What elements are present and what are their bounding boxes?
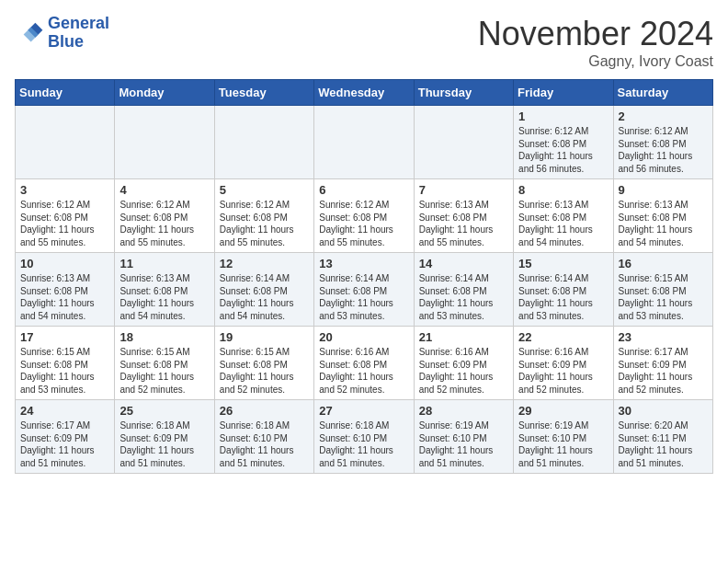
day-info: Sunrise: 6:18 AM Sunset: 6:10 PM Dayligh… xyxy=(220,419,309,469)
week-row-1: 1Sunrise: 6:12 AM Sunset: 6:08 PM Daylig… xyxy=(16,106,713,179)
day-number: 1 xyxy=(518,109,608,123)
calendar-cell: 6Sunrise: 6:12 AM Sunset: 6:08 PM Daylig… xyxy=(314,179,414,253)
day-info: Sunrise: 6:16 AM Sunset: 6:09 PM Dayligh… xyxy=(419,346,508,396)
day-info: Sunrise: 6:19 AM Sunset: 6:10 PM Dayligh… xyxy=(518,419,608,469)
calendar-cell: 28Sunrise: 6:19 AM Sunset: 6:10 PM Dayli… xyxy=(414,400,513,474)
calendar-cell: 14Sunrise: 6:14 AM Sunset: 6:08 PM Dayli… xyxy=(414,253,513,327)
day-number: 24 xyxy=(20,404,109,418)
day-number: 23 xyxy=(619,330,708,344)
calendar-cell xyxy=(314,106,414,179)
calendar-cell xyxy=(214,106,313,179)
weekday-header-sunday: Sunday xyxy=(16,80,115,106)
day-info: Sunrise: 6:13 AM Sunset: 6:08 PM Dayligh… xyxy=(619,199,708,248)
weekday-header-row: SundayMondayTuesdayWednesdayThursdayFrid… xyxy=(16,80,713,106)
day-number: 3 xyxy=(20,183,109,197)
day-info: Sunrise: 6:18 AM Sunset: 6:09 PM Dayligh… xyxy=(119,419,209,469)
calendar-cell: 17Sunrise: 6:15 AM Sunset: 6:08 PM Dayli… xyxy=(16,327,115,400)
calendar-cell: 15Sunrise: 6:14 AM Sunset: 6:08 PM Dayli… xyxy=(514,253,613,327)
page-header: General Blue November 2024 Gagny, Ivory … xyxy=(15,15,713,70)
logo: General Blue xyxy=(15,15,109,52)
calendar-cell: 24Sunrise: 6:17 AM Sunset: 6:09 PM Dayli… xyxy=(16,400,115,474)
calendar-cell: 13Sunrise: 6:14 AM Sunset: 6:08 PM Dayli… xyxy=(314,253,414,327)
day-number: 29 xyxy=(518,404,608,418)
day-info: Sunrise: 6:17 AM Sunset: 6:09 PM Dayligh… xyxy=(619,346,708,396)
day-info: Sunrise: 6:15 AM Sunset: 6:08 PM Dayligh… xyxy=(119,346,209,396)
calendar-cell: 9Sunrise: 6:13 AM Sunset: 6:08 PM Daylig… xyxy=(613,179,712,253)
day-number: 28 xyxy=(419,404,508,418)
day-info: Sunrise: 6:14 AM Sunset: 6:08 PM Dayligh… xyxy=(220,272,309,322)
day-info: Sunrise: 6:13 AM Sunset: 6:08 PM Dayligh… xyxy=(518,199,608,248)
week-row-4: 17Sunrise: 6:15 AM Sunset: 6:08 PM Dayli… xyxy=(16,327,713,400)
weekday-header-saturday: Saturday xyxy=(613,80,712,106)
day-info: Sunrise: 6:16 AM Sunset: 6:09 PM Dayligh… xyxy=(518,346,608,396)
calendar-cell: 3Sunrise: 6:12 AM Sunset: 6:08 PM Daylig… xyxy=(16,179,115,253)
day-info: Sunrise: 6:12 AM Sunset: 6:08 PM Dayligh… xyxy=(20,199,109,248)
logo-icon xyxy=(15,18,44,48)
day-number: 19 xyxy=(220,330,309,344)
calendar-cell: 4Sunrise: 6:12 AM Sunset: 6:08 PM Daylig… xyxy=(115,179,214,253)
calendar-cell: 29Sunrise: 6:19 AM Sunset: 6:10 PM Dayli… xyxy=(514,400,613,474)
day-number: 22 xyxy=(518,330,608,344)
week-row-3: 10Sunrise: 6:13 AM Sunset: 6:08 PM Dayli… xyxy=(16,253,713,327)
day-info: Sunrise: 6:16 AM Sunset: 6:08 PM Dayligh… xyxy=(319,346,408,396)
day-info: Sunrise: 6:12 AM Sunset: 6:08 PM Dayligh… xyxy=(220,199,309,248)
day-info: Sunrise: 6:19 AM Sunset: 6:10 PM Dayligh… xyxy=(419,419,508,469)
calendar-cell: 12Sunrise: 6:14 AM Sunset: 6:08 PM Dayli… xyxy=(214,253,313,327)
calendar-cell: 5Sunrise: 6:12 AM Sunset: 6:08 PM Daylig… xyxy=(214,179,313,253)
day-number: 18 xyxy=(119,330,209,344)
calendar-cell: 25Sunrise: 6:18 AM Sunset: 6:09 PM Dayli… xyxy=(115,400,214,474)
location: Gagny, Ivory Coast xyxy=(478,53,713,70)
calendar-cell: 10Sunrise: 6:13 AM Sunset: 6:08 PM Dayli… xyxy=(16,253,115,327)
day-number: 30 xyxy=(619,404,708,418)
day-info: Sunrise: 6:12 AM Sunset: 6:08 PM Dayligh… xyxy=(518,125,608,175)
day-info: Sunrise: 6:12 AM Sunset: 6:08 PM Dayligh… xyxy=(119,199,209,248)
title-block: November 2024 Gagny, Ivory Coast xyxy=(478,15,713,70)
calendar-cell: 11Sunrise: 6:13 AM Sunset: 6:08 PM Dayli… xyxy=(115,253,214,327)
day-number: 12 xyxy=(220,257,309,270)
day-number: 4 xyxy=(119,183,209,197)
weekday-header-thursday: Thursday xyxy=(414,80,513,106)
calendar-cell: 27Sunrise: 6:18 AM Sunset: 6:10 PM Dayli… xyxy=(314,400,414,474)
day-number: 14 xyxy=(419,257,508,270)
calendar-cell: 2Sunrise: 6:12 AM Sunset: 6:08 PM Daylig… xyxy=(613,106,712,179)
day-number: 9 xyxy=(619,183,708,197)
day-info: Sunrise: 6:18 AM Sunset: 6:10 PM Dayligh… xyxy=(319,419,408,469)
day-info: Sunrise: 6:15 AM Sunset: 6:08 PM Dayligh… xyxy=(619,272,708,322)
calendar-cell: 18Sunrise: 6:15 AM Sunset: 6:08 PM Dayli… xyxy=(115,327,214,400)
day-info: Sunrise: 6:12 AM Sunset: 6:08 PM Dayligh… xyxy=(619,125,708,175)
day-number: 20 xyxy=(319,330,408,344)
week-row-2: 3Sunrise: 6:12 AM Sunset: 6:08 PM Daylig… xyxy=(16,179,713,253)
calendar-cell: 21Sunrise: 6:16 AM Sunset: 6:09 PM Dayli… xyxy=(414,327,513,400)
day-number: 25 xyxy=(119,404,209,418)
day-number: 6 xyxy=(319,183,408,197)
calendar-cell xyxy=(16,106,115,179)
calendar-cell: 22Sunrise: 6:16 AM Sunset: 6:09 PM Dayli… xyxy=(514,327,613,400)
day-info: Sunrise: 6:13 AM Sunset: 6:08 PM Dayligh… xyxy=(119,272,209,322)
day-number: 10 xyxy=(20,257,109,270)
calendar-cell: 20Sunrise: 6:16 AM Sunset: 6:08 PM Dayli… xyxy=(314,327,414,400)
day-info: Sunrise: 6:14 AM Sunset: 6:08 PM Dayligh… xyxy=(419,272,508,322)
month-title: November 2024 xyxy=(478,15,713,53)
day-number: 27 xyxy=(319,404,408,418)
weekday-header-monday: Monday xyxy=(115,80,214,106)
calendar-cell: 19Sunrise: 6:15 AM Sunset: 6:08 PM Dayli… xyxy=(214,327,313,400)
day-number: 2 xyxy=(619,109,708,123)
day-info: Sunrise: 6:13 AM Sunset: 6:08 PM Dayligh… xyxy=(419,199,508,248)
calendar-cell xyxy=(414,106,513,179)
day-number: 13 xyxy=(319,257,408,270)
calendar-cell: 8Sunrise: 6:13 AM Sunset: 6:08 PM Daylig… xyxy=(514,179,613,253)
day-info: Sunrise: 6:15 AM Sunset: 6:08 PM Dayligh… xyxy=(20,346,109,396)
day-info: Sunrise: 6:14 AM Sunset: 6:08 PM Dayligh… xyxy=(518,272,608,322)
calendar-cell: 26Sunrise: 6:18 AM Sunset: 6:10 PM Dayli… xyxy=(214,400,313,474)
calendar-cell: 7Sunrise: 6:13 AM Sunset: 6:08 PM Daylig… xyxy=(414,179,513,253)
day-info: Sunrise: 6:13 AM Sunset: 6:08 PM Dayligh… xyxy=(20,272,109,322)
logo-text: General Blue xyxy=(48,15,109,52)
calendar-cell: 30Sunrise: 6:20 AM Sunset: 6:11 PM Dayli… xyxy=(613,400,712,474)
day-info: Sunrise: 6:14 AM Sunset: 6:08 PM Dayligh… xyxy=(319,272,408,322)
calendar-cell: 23Sunrise: 6:17 AM Sunset: 6:09 PM Dayli… xyxy=(613,327,712,400)
day-number: 15 xyxy=(518,257,608,270)
day-number: 7 xyxy=(419,183,508,197)
day-info: Sunrise: 6:15 AM Sunset: 6:08 PM Dayligh… xyxy=(220,346,309,396)
calendar-cell: 1Sunrise: 6:12 AM Sunset: 6:08 PM Daylig… xyxy=(514,106,613,179)
day-number: 8 xyxy=(518,183,608,197)
